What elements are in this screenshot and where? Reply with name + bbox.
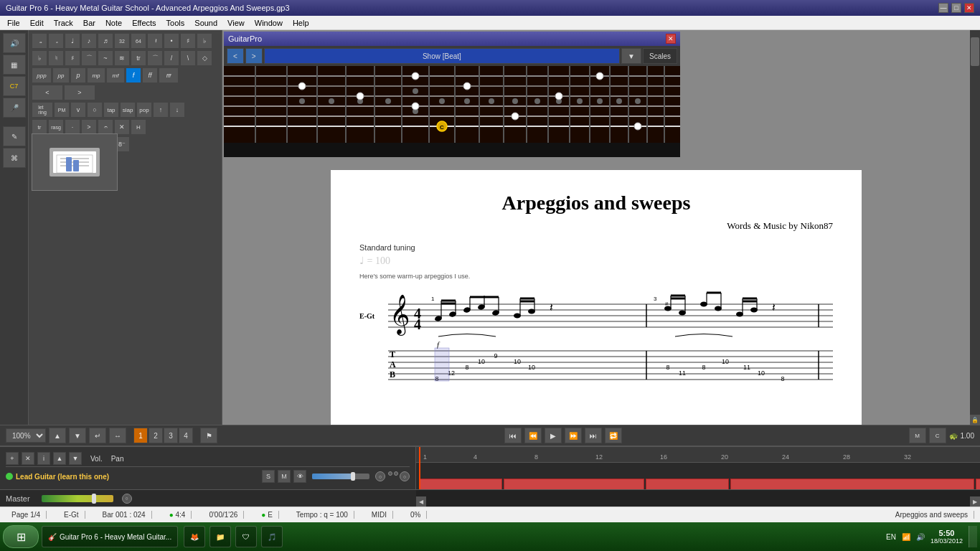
fboard-scales[interactable]: Scales xyxy=(643,48,677,64)
cresc[interactable]: < xyxy=(32,85,63,100)
insert-btn[interactable]: ↵ xyxy=(89,428,106,443)
harmonic2[interactable]: ○ xyxy=(87,102,103,118)
taskbar-files[interactable]: 📁 xyxy=(209,526,231,547)
dyn-ff[interactable]: ff xyxy=(142,67,158,83)
show-desktop-button[interactable] xyxy=(969,526,977,547)
note-eighth[interactable]: ♪ xyxy=(81,33,97,49)
menu-note[interactable]: Note xyxy=(101,17,126,29)
visibility-button[interactable]: 👁 xyxy=(293,470,306,483)
strum1[interactable]: ↑ xyxy=(153,102,169,118)
dyn-f[interactable]: f xyxy=(126,67,141,83)
sharp[interactable]: ♯ xyxy=(180,33,196,49)
scroll-left[interactable]: ◀ xyxy=(416,496,426,507)
rewind[interactable]: ⏪ xyxy=(524,428,542,443)
tool-c7[interactable]: C7 xyxy=(3,76,26,96)
scroll-thumb[interactable] xyxy=(971,37,979,66)
master-knob[interactable]: ○ xyxy=(122,494,132,504)
score-scrollbar[interactable] xyxy=(970,30,980,425)
acc-natural[interactable]: ♮ xyxy=(48,50,64,66)
menu-help[interactable]: Help xyxy=(288,17,314,29)
let-ring[interactable]: letring xyxy=(32,102,53,118)
harmonic[interactable]: ◇ xyxy=(197,50,212,66)
slide-down[interactable]: \ xyxy=(180,50,196,66)
dot[interactable]: • xyxy=(164,33,179,49)
close-button[interactable]: ✕ xyxy=(964,3,974,13)
track-num-3[interactable]: 3 xyxy=(164,428,178,443)
fboard-prev[interactable]: < xyxy=(227,48,244,64)
trill2[interactable]: tr xyxy=(32,119,47,135)
play-button[interactable]: ▶ xyxy=(545,428,562,443)
track-add-button[interactable]: + xyxy=(6,452,19,465)
menu-bar[interactable]: Bar xyxy=(79,17,100,29)
pop[interactable]: pop xyxy=(136,102,152,118)
solo-button[interactable]: S xyxy=(262,470,275,483)
trill[interactable]: tr xyxy=(131,50,146,66)
fast-forward-end[interactable]: ⏭ xyxy=(585,428,602,443)
minimize-button[interactable]: — xyxy=(938,3,948,13)
start-button[interactable]: ⊞ xyxy=(3,525,39,548)
note-sixteenth[interactable]: ♬ xyxy=(98,33,113,49)
master-fader[interactable] xyxy=(42,495,113,502)
track-remove-button[interactable]: ✕ xyxy=(22,452,34,465)
dead-note[interactable]: ✕ xyxy=(114,119,130,135)
flat[interactable]: ♭ xyxy=(197,33,212,49)
slap[interactable]: slap xyxy=(120,102,136,118)
pan-knob[interactable]: ○ xyxy=(400,471,410,481)
volume-knob[interactable]: ○ xyxy=(375,471,385,481)
dyn-fff[interactable]: fff xyxy=(159,67,179,83)
menu-view[interactable]: View xyxy=(223,17,249,29)
master-fader-thumb[interactable] xyxy=(92,494,96,504)
taskbar-app-guitar-pro[interactable]: 🎸 Guitar Pro 6 - Heavy Metal Guitar... xyxy=(42,526,178,547)
vibrato[interactable]: ~ xyxy=(98,50,113,66)
dyn-ppp[interactable]: ppp xyxy=(32,67,52,83)
track-block-3[interactable] xyxy=(646,479,729,489)
tool-edit2[interactable]: ⌘ xyxy=(3,148,26,168)
menu-window[interactable]: Window xyxy=(250,17,287,29)
decresc[interactable]: > xyxy=(64,85,95,100)
scroll-right[interactable]: ▶ xyxy=(970,496,980,507)
track-block-5[interactable] xyxy=(976,479,980,489)
taskbar-app3[interactable]: 🎵 xyxy=(261,526,283,547)
acc-sharp[interactable]: ♯ xyxy=(65,50,80,66)
loop-btn[interactable]: ↔ xyxy=(109,428,126,443)
note-32nd[interactable]: 32 xyxy=(114,33,130,49)
track-num-1[interactable]: 1 xyxy=(133,428,148,443)
note-quarter[interactable]: ♩ xyxy=(65,33,80,49)
fboard-next[interactable]: > xyxy=(245,48,263,64)
menu-track[interactable]: Track xyxy=(50,17,77,29)
flag-btn[interactable]: ⚑ xyxy=(200,428,217,443)
menu-tools[interactable]: Tools xyxy=(162,17,189,29)
strum2[interactable]: ↓ xyxy=(169,102,185,118)
nav-up[interactable]: ▲ xyxy=(49,428,66,443)
menu-edit[interactable]: Edit xyxy=(26,17,48,29)
nav-down[interactable]: ▼ xyxy=(69,428,86,443)
dyn-p[interactable]: p xyxy=(70,67,86,83)
acc-flat[interactable]: ♭ xyxy=(32,50,47,66)
rewind-start[interactable]: ⏮ xyxy=(504,428,522,443)
taskbar-antivirus[interactable]: 🛡 xyxy=(235,526,257,547)
mute-button[interactable]: M xyxy=(278,470,291,483)
accent[interactable]: > xyxy=(81,119,97,135)
track-info-button[interactable]: i xyxy=(37,452,50,465)
tool-grid[interactable]: ▦ xyxy=(3,55,26,75)
track-up-button[interactable]: ▲ xyxy=(53,452,66,465)
fretboard-close-button[interactable]: ✕ xyxy=(666,34,676,44)
menu-file[interactable]: File xyxy=(3,17,24,29)
taskbar-firefox[interactable]: 🦊 xyxy=(184,526,205,547)
note-half[interactable]: 𝅗 xyxy=(48,33,64,49)
dyn-mp[interactable]: mp xyxy=(87,67,105,83)
countdown[interactable]: C xyxy=(929,428,946,443)
track-block-4[interactable] xyxy=(730,479,974,489)
volume-thumb[interactable] xyxy=(351,472,355,481)
tool-speaker[interactable]: 🔊 xyxy=(3,33,26,53)
track-num-4[interactable]: 4 xyxy=(179,428,193,443)
tap[interactable]: tap xyxy=(103,102,119,118)
tie[interactable]: ⌒ xyxy=(81,50,97,66)
fermata[interactable]: 𝄐 xyxy=(98,119,113,135)
fast-forward[interactable]: ⏩ xyxy=(565,428,582,443)
metronome[interactable]: M xyxy=(909,428,926,443)
tool-edit1[interactable]: ✎ xyxy=(3,126,26,146)
loop-toggle[interactable]: 🔁 xyxy=(605,428,622,443)
dyn-mf[interactable]: mf xyxy=(106,67,125,83)
tremolo[interactable]: ≋ xyxy=(114,50,130,66)
